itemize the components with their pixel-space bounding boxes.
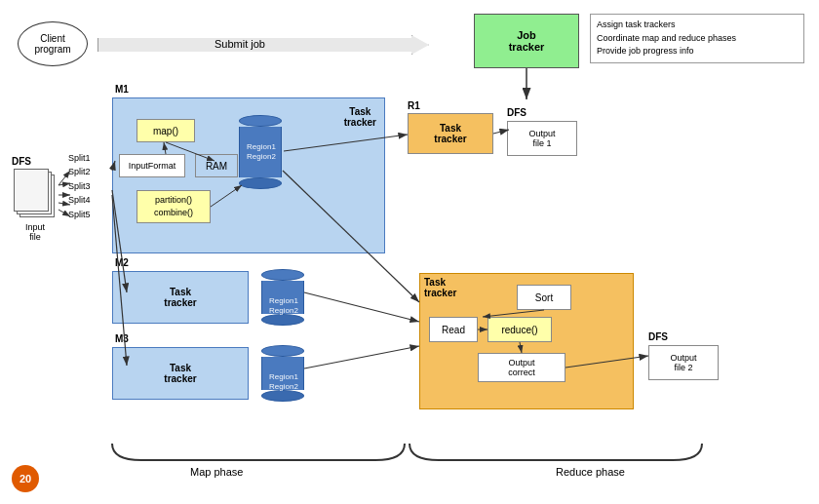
job-tracker-box: Job tracker <box>474 14 579 68</box>
split-5: Split5 <box>68 208 91 221</box>
submit-job-area: Submit job <box>98 27 448 62</box>
output-correct-label: Outputcorrect <box>508 358 535 377</box>
partition-label: partition() combine() <box>154 194 193 218</box>
m3-cylinder-label: Region1Region2 <box>262 372 305 393</box>
m1-label: M1 <box>115 84 129 95</box>
map-func-label: map() <box>153 126 178 136</box>
diagram-container: Client program Submit job Job tracker As… <box>0 0 819 504</box>
m2-cylinder-body: Region1Region2 <box>261 281 304 314</box>
m3-task-tracker-label: Tasktracker <box>113 348 248 399</box>
client-program-label: Client program <box>34 33 70 55</box>
svg-line-15 <box>304 292 419 322</box>
m3-box: Tasktracker <box>112 347 249 400</box>
ram-label: RAM <box>206 161 227 172</box>
read-label: Read <box>442 325 465 335</box>
r1-label: R1 <box>408 100 420 111</box>
dfs-output-2: DFS Outputfile 2 <box>648 331 719 380</box>
sort-label: Sort <box>535 292 553 303</box>
split-3: Split3 <box>68 179 91 193</box>
reduce-task-label: Tasktracker <box>424 277 456 298</box>
output-file-2-box: Outputfile 2 <box>648 345 719 380</box>
reduce-brace-svg <box>405 439 707 468</box>
map-phase-label: Map phase <box>190 466 243 478</box>
m2-cylinder-label: Region1Region2 <box>262 296 305 317</box>
file-stack <box>12 169 58 219</box>
m1-cylinder: Region1Region2 <box>239 115 282 189</box>
input-file-label: Inputfile <box>12 222 58 242</box>
job-tracker-label: Job tracker <box>509 29 545 53</box>
jt-annotations: Assign task trackers Coordinate map and … <box>590 14 804 63</box>
output-file-1-box: Outputfile 1 <box>507 121 577 156</box>
dfs-input-label: DFS <box>12 156 58 167</box>
split-1: Split1 <box>68 151 91 165</box>
jt-annotation-3: Provide job progress info <box>597 45 798 58</box>
m2-box: Tasktracker <box>112 271 249 324</box>
partition-box: partition() combine() <box>136 190 211 223</box>
reduce-func-box: reduce() <box>488 317 552 342</box>
m1-cylinder-label: Region1Region2 <box>240 142 283 163</box>
m1-cylinder-body: Region1Region2 <box>239 127 282 177</box>
client-program: Client program <box>18 21 88 66</box>
output-correct-box: Outputcorrect <box>478 353 566 382</box>
dfs-output-1: DFS Outputfile 1 <box>507 107 577 156</box>
map-func-box: map() <box>136 119 195 142</box>
output-file-2-label: Outputfile 2 <box>670 353 696 372</box>
m2-cylinder: Region1Region2 <box>261 269 304 326</box>
jt-annotation-1: Assign task trackers <box>597 19 798 32</box>
splits-box: Split1 Split2 Split3 Split4 Split5 <box>68 151 91 221</box>
submit-job-label: Submit job <box>214 38 265 50</box>
split-4: Split4 <box>68 193 91 207</box>
dfs-out2-label: DFS <box>648 331 719 342</box>
dfs-input: DFS Inputfile <box>12 156 58 242</box>
m3-cylinder: Region1Region2 <box>261 345 304 402</box>
map-brace-svg <box>107 439 410 468</box>
m2-label: M2 <box>115 257 129 268</box>
m3-cylinder-top <box>261 345 304 357</box>
inputformat-label: InputFormat <box>129 161 176 171</box>
r1-task-box: Tasktracker <box>408 113 493 154</box>
output-file-1-label: Outputfile 1 <box>528 129 555 148</box>
reduce-func-label: reduce() <box>501 325 537 335</box>
split-2: Split2 <box>68 165 91 178</box>
dfs-out1-label: DFS <box>507 107 577 118</box>
page-badge: 20 <box>12 465 39 492</box>
r1-task-label: Tasktracker <box>434 123 466 144</box>
m1-cylinder-top <box>239 115 282 127</box>
file-page-3 <box>14 169 49 212</box>
sort-box: Sort <box>517 285 571 310</box>
m3-cylinder-body: Region1Region2 <box>261 357 304 390</box>
m1-task-tracker-label: Tasktracker <box>344 106 376 128</box>
reduce-phase-label: Reduce phase <box>556 466 625 478</box>
svg-line-16 <box>304 346 419 368</box>
m2-task-tracker-label: Tasktracker <box>113 272 248 323</box>
inputformat-box: InputFormat <box>119 154 185 177</box>
read-box: Read <box>429 317 478 342</box>
m2-cylinder-top <box>261 269 304 281</box>
m3-label: M3 <box>115 333 129 344</box>
m1-cylinder-bottom <box>239 177 282 189</box>
jt-annotation-2: Coordinate map and reduce phases <box>597 32 798 46</box>
ram-box: RAM <box>195 154 238 177</box>
